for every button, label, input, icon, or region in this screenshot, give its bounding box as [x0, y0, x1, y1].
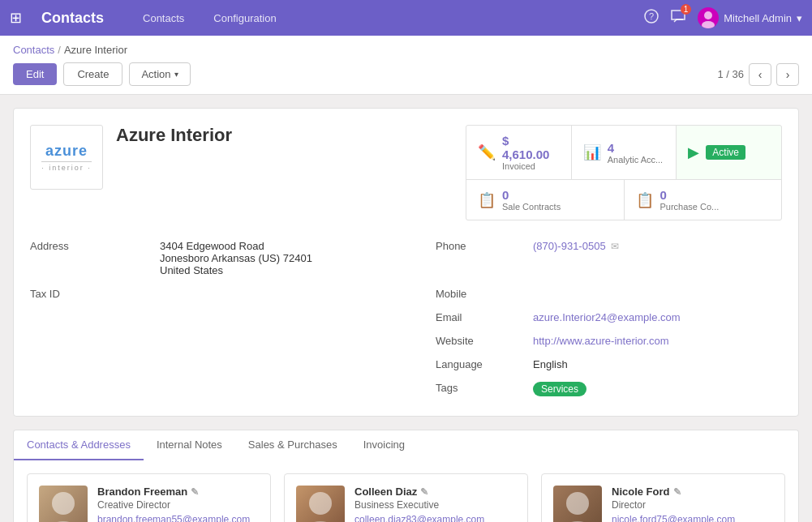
analytic-icon: 📊	[583, 143, 601, 161]
phone-link[interactable]: (870)-931-0505	[533, 240, 606, 252]
invoiced-amount: $ 4,610.00	[502, 134, 560, 161]
create-button[interactable]: Create	[63, 62, 122, 86]
edit-brandon-icon[interactable]: ✎	[191, 486, 199, 498]
person-card-nicole: Nicole Ford ✎ Director nicole.ford75@exa…	[541, 473, 785, 522]
tags-value: Services	[533, 379, 782, 400]
messages-icon[interactable]: 1	[670, 9, 686, 27]
person-name-colleen: Colleen Diaz ✎	[354, 486, 516, 498]
tab-contacts-addresses[interactable]: Contacts & Addresses	[14, 430, 144, 460]
svg-point-8	[566, 492, 589, 515]
tab-invoicing[interactable]: Invoicing	[350, 430, 418, 460]
email-label: Email	[436, 308, 533, 327]
person-role-colleen: Business Executive	[354, 499, 516, 511]
user-menu[interactable]: Mitchell Admin ▾	[698, 7, 802, 28]
person-info-colleen: Colleen Diaz ✎ Business Executive collee…	[354, 486, 516, 522]
breadcrumb-toolbar: Contacts / Azure Interior Edit Create Ac…	[0, 36, 812, 95]
top-navigation: ⊞ Contacts Contacts Configuration ? 1 Mi…	[0, 0, 812, 36]
sale-contracts-icon: 📋	[478, 191, 496, 209]
stat-analytic[interactable]: 📊 4 Analytic Acc...	[572, 126, 677, 179]
address-line1: 3404 Edgewood Road	[160, 240, 426, 252]
email-link[interactable]: azure.Interior24@example.com	[533, 311, 681, 323]
action-dropdown-icon: ▾	[174, 70, 178, 79]
logo-text-azure: azure	[45, 143, 88, 160]
person-info-brandon: Brandon Freeman ✎ Creative Director bran…	[97, 486, 259, 522]
user-avatar	[698, 7, 719, 28]
edit-nicole-icon[interactable]: ✎	[673, 486, 681, 498]
mobile-value	[533, 285, 782, 303]
person-email-brandon[interactable]: brandon.freeman55@example.com	[97, 514, 259, 522]
stat-sale-contracts[interactable]: 📋 0 Sale Contracts	[466, 180, 624, 220]
nav-contacts[interactable]: Contacts	[136, 9, 191, 28]
contact-name: Azure Interior	[116, 125, 453, 146]
contact-cards-grid: Brandon Freeman ✎ Creative Director bran…	[27, 473, 785, 522]
sale-contracts-label: Sale Contracts	[502, 202, 561, 212]
avatar-colleen	[296, 486, 345, 522]
phone-value: (870)-931-0505 ✉	[533, 237, 782, 280]
breadcrumb-parent[interactable]: Contacts	[13, 44, 54, 56]
tab-content: Brandon Freeman ✎ Creative Director bran…	[13, 460, 799, 522]
website-link[interactable]: http://www.azure-interior.com	[533, 335, 669, 347]
pager-prev-button[interactable]: ‹	[749, 63, 771, 86]
website-label: Website	[436, 332, 533, 350]
person-role-nicole: Director	[612, 499, 773, 511]
language-value: English	[533, 355, 782, 374]
help-icon[interactable]: ?	[644, 9, 659, 27]
sale-contracts-count: 0	[502, 188, 561, 202]
stats-area: ✏️ $ 4,610.00 Invoiced 📊 4 Analytic Acc.…	[466, 125, 782, 220]
user-dropdown-icon: ▾	[797, 12, 802, 24]
contact-card: azure · interior · Azure Interior ✏️ $ 4…	[13, 108, 799, 417]
person-email-nicole[interactable]: nicole.ford75@example.com	[612, 514, 773, 522]
purchase-contracts-icon: 📋	[636, 191, 654, 209]
user-name: Mitchell Admin	[724, 12, 792, 24]
invoiced-icon: ✏️	[478, 143, 496, 161]
breadcrumb-current: Azure Interior	[64, 44, 127, 56]
svg-point-3	[702, 21, 715, 28]
action-button[interactable]: Action ▾	[129, 62, 190, 86]
language-label: Language	[436, 355, 533, 374]
address-line2: Jonesboro Arkansas (US) 72401	[160, 252, 426, 264]
pager-next-button[interactable]: ›	[776, 63, 799, 86]
stat-purchase-contracts[interactable]: 📋 0 Purchase Co...	[625, 180, 782, 220]
pager: 1 / 36 ‹ ›	[717, 63, 799, 86]
tag-services[interactable]: Services	[533, 382, 586, 396]
purchase-contracts-label: Purchase Co...	[660, 202, 720, 212]
person-info-nicole: Nicole Ford ✎ Director nicole.ford75@exa…	[612, 486, 773, 522]
action-label: Action	[141, 68, 170, 80]
app-grid-icon[interactable]: ⊞	[10, 9, 22, 27]
avatar-brandon	[39, 486, 88, 522]
tab-internal-notes[interactable]: Internal Notes	[144, 430, 235, 460]
app-title: Contacts	[41, 10, 104, 27]
tax-id-label: Tax ID	[30, 285, 160, 303]
breadcrumb: Contacts / Azure Interior	[13, 44, 799, 56]
address-value: 3404 Edgewood Road Jonesboro Arkansas (U…	[160, 237, 436, 280]
address-label: Address	[30, 237, 160, 280]
address-line3: United States	[160, 264, 426, 276]
phone-label: Phone	[436, 237, 533, 280]
tabs-bar: Contacts & Addresses Internal Notes Sale…	[13, 430, 799, 460]
svg-text:?: ?	[649, 11, 654, 21]
stat-active[interactable]: ▶ Active	[677, 126, 781, 179]
tags-label: Tags	[436, 379, 533, 400]
person-email-colleen[interactable]: colleen.diaz83@example.com	[354, 514, 516, 522]
edit-button[interactable]: Edit	[13, 63, 57, 85]
active-icon: ▶	[688, 143, 699, 161]
person-card-brandon: Brandon Freeman ✎ Creative Director bran…	[27, 473, 271, 522]
tabs-section: Contacts & Addresses Internal Notes Sale…	[13, 430, 799, 522]
nav-configuration[interactable]: Configuration	[207, 9, 282, 28]
stat-invoiced[interactable]: ✏️ $ 4,610.00 Invoiced	[466, 126, 571, 179]
website-value: http://www.azure-interior.com	[533, 332, 782, 350]
purchase-contracts-count: 0	[660, 188, 720, 202]
messages-badge: 1	[681, 4, 692, 15]
person-name-brandon: Brandon Freeman ✎	[97, 486, 259, 498]
tab-sales-purchases[interactable]: Sales & Purchases	[235, 430, 350, 460]
person-card-colleen: Colleen Diaz ✎ Business Executive collee…	[284, 473, 528, 522]
pager-text: 1 / 36	[717, 68, 744, 80]
avatar-nicole	[553, 486, 602, 522]
contact-details: Address 3404 Edgewood Road Jonesboro Ark…	[30, 237, 782, 400]
svg-point-4	[52, 492, 75, 515]
svg-point-2	[704, 11, 712, 19]
edit-colleen-icon[interactable]: ✎	[420, 486, 428, 498]
nav-right-area: ? 1 Mitchell Admin ▾	[644, 7, 802, 28]
email-phone-icon: ✉	[611, 241, 619, 252]
person-role-brandon: Creative Director	[97, 499, 259, 511]
